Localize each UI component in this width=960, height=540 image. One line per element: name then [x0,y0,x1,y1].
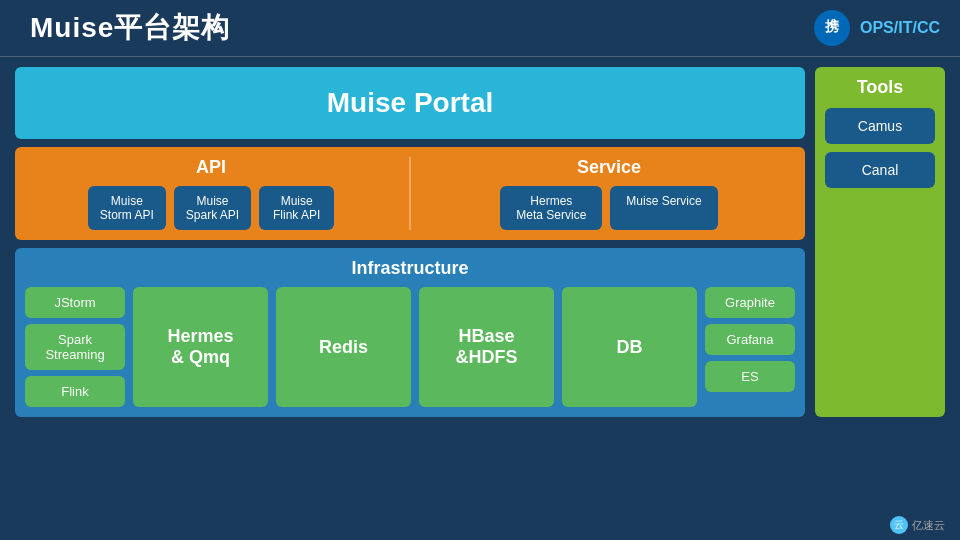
hermes-meta-line1: Hermes [516,194,586,208]
flink-api-item: Muise Flink API [259,186,334,230]
storm-api-line2: Storm API [100,208,154,222]
flink-item: Flink [25,376,125,407]
hbase-hdfs-item: HBase &HDFS [419,287,554,407]
spark-streaming-item: Spark Streaming [25,324,125,370]
tools-box: Tools Camus Canal [815,67,945,417]
portal-title: Muise Portal [327,87,493,118]
infra-right-column: Graphite Grafana ES [705,287,795,407]
header: Muise平台架构 携 OPS/IT/CC [0,0,960,57]
storm-api-item: Muise Storm API [88,186,166,230]
canal-item: Canal [825,152,935,188]
logo-area: 携 OPS/IT/CC [812,8,940,48]
infrastructure-box: Infrastructure JStorm Spark Streaming Fl… [15,248,805,417]
es-item: ES [705,361,795,392]
service-items: Hermes Meta Service Muise Service [423,186,795,230]
footer-logo: 云 亿速云 [890,516,945,534]
flink-api-line2: Flink API [271,208,322,222]
left-section: Muise Portal API Muise Storm API Muise S… [15,67,805,417]
svg-text:携: 携 [824,18,840,34]
muise-service-item: Muise Service [610,186,717,230]
api-service-row: API Muise Storm API Muise Spark API Muis… [15,147,805,240]
right-section: Tools Camus Canal [815,67,945,417]
redis-item: Redis [276,287,411,407]
api-label: API [25,157,397,178]
hermes-meta-line2: Meta Service [516,208,586,222]
api-items: Muise Storm API Muise Spark API Muise Fl… [25,186,397,230]
storm-api-line1: Muise [100,194,154,208]
db-item: DB [562,287,697,407]
jstorm-item: JStorm [25,287,125,318]
api-service-divider [409,157,411,230]
logo-label: OPS/IT/CC [860,19,940,37]
footer-text: 亿速云 [912,518,945,533]
infra-middle: Hermes & Qmq Redis HBase &HDFS [133,287,697,407]
portal-box: Muise Portal [15,67,805,139]
tools-items: Camus Canal [825,108,935,188]
spark-api-line1: Muise [186,194,239,208]
ctrip-logo-icon: 携 [812,8,852,48]
flink-api-line1: Muise [271,194,322,208]
service-section: Service Hermes Meta Service Muise Servic… [423,157,795,230]
spark-api-item: Muise Spark API [174,186,251,230]
infra-label: Infrastructure [25,258,795,279]
main-content: Muise Portal API Muise Storm API Muise S… [0,57,960,427]
footer: 云 亿速云 [890,516,945,534]
grafana-item: Grafana [705,324,795,355]
api-section: API Muise Storm API Muise Spark API Muis… [25,157,397,230]
graphite-item: Graphite [705,287,795,318]
tools-label: Tools [825,77,935,98]
hermes-meta-item: Hermes Meta Service [500,186,602,230]
camus-item: Camus [825,108,935,144]
infra-content: JStorm Spark Streaming Flink [25,287,795,407]
spark-api-line2: Spark API [186,208,239,222]
infra-left-column: JStorm Spark Streaming Flink [25,287,125,407]
page: Muise平台架构 携 OPS/IT/CC Muise Portal API [0,0,960,540]
muise-service-label: Muise Service [626,194,701,208]
yisu-icon: 云 [890,516,908,534]
hermes-qmq-item: Hermes & Qmq [133,287,268,407]
service-label: Service [423,157,795,178]
page-title: Muise平台架构 [30,9,230,47]
